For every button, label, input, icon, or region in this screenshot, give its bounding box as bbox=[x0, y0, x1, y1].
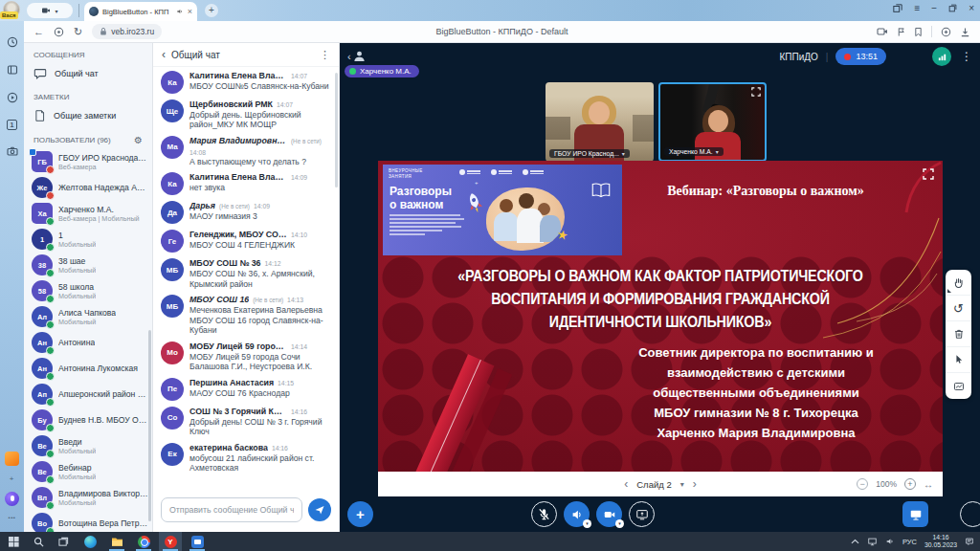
notification-count-icon[interactable]: 1 bbox=[7, 120, 17, 130]
tab-audio-icon[interactable] bbox=[176, 8, 184, 15]
user-list-item[interactable]: Ап Апшеронский район В(С)ОШ№1 bbox=[32, 384, 148, 405]
zoom-in-button[interactable]: + bbox=[904, 478, 916, 490]
chat-message[interactable]: Ка Калитина Елена Владимировн 14:09 нет … bbox=[161, 172, 333, 195]
refresh-button[interactable]: ↻ bbox=[74, 26, 82, 38]
tray-chevron-icon[interactable] bbox=[851, 539, 859, 544]
undo-button[interactable]: ↺ bbox=[946, 296, 971, 321]
video-call-icon[interactable] bbox=[877, 27, 888, 36]
chat-message[interactable]: Ма Мария Владимировна Хар... (Не в сети)… bbox=[161, 136, 333, 166]
chat-options-icon[interactable]: ⋮ bbox=[320, 49, 330, 61]
minimize-presentation-button[interactable] bbox=[902, 501, 928, 527]
zoom-out-button[interactable]: − bbox=[857, 478, 868, 490]
user-list-item[interactable]: 38 38 шае Мобильный bbox=[32, 254, 148, 276]
user-list-item[interactable]: Ан Антонина Лукомская bbox=[32, 358, 148, 379]
fit-width-button[interactable]: ↔ bbox=[924, 479, 933, 490]
chat-message[interactable]: МБ МБОУ СОШ № 36 14:12 МБОУ СОШ № 36, х.… bbox=[161, 258, 333, 289]
smart-slide-button[interactable] bbox=[946, 373, 971, 399]
collapsed-tab[interactable]: ▾ bbox=[27, 3, 73, 18]
taskbar-yandex-browser[interactable]: Y bbox=[159, 532, 182, 551]
chat-message-input[interactable] bbox=[161, 497, 302, 522]
back-button[interactable]: ← bbox=[33, 26, 44, 37]
tab-bigbluebutton[interactable]: BigBlueButton - КПП × bbox=[84, 2, 197, 21]
window-minimize-button[interactable]: − bbox=[931, 3, 937, 13]
multiuser-whiteboard-button[interactable] bbox=[946, 347, 971, 373]
raise-hand-button[interactable] bbox=[960, 501, 980, 527]
window-close-button[interactable]: × bbox=[969, 3, 974, 13]
hand-tool-button[interactable] bbox=[946, 270, 971, 296]
more-icon[interactable]: ••• bbox=[9, 515, 16, 520]
alice-assistant-icon[interactable] bbox=[5, 492, 19, 506]
volume-icon[interactable] bbox=[885, 537, 895, 546]
tab-close-icon[interactable]: × bbox=[188, 8, 192, 16]
webcam-2-label[interactable]: Харченко М.А. ▾ bbox=[664, 147, 724, 156]
network-icon[interactable] bbox=[867, 537, 878, 546]
chat-message[interactable]: МБ МБОУ СОШ 16 (Не в сети) 14:13 Меченко… bbox=[161, 295, 333, 335]
protect-icon[interactable] bbox=[54, 27, 64, 37]
user-list-item[interactable]: Бу Буднев Н.В. МБОУ ООШ № 39 bbox=[32, 409, 148, 430]
slide-number-label[interactable]: Слайд 2 bbox=[636, 479, 671, 490]
chat-back-icon[interactable]: ‹ bbox=[162, 48, 166, 61]
chat-message-list[interactable]: Ка Калитина Елена Владимировн 14:07 МБОУ… bbox=[153, 67, 339, 496]
user-list-item[interactable]: Же Желтова Надежда Александро bbox=[32, 177, 148, 198]
sidebar-item-shared-notes[interactable]: Общие заметки bbox=[24, 104, 152, 127]
audio-button[interactable]: ▾ bbox=[564, 501, 590, 527]
actions-plus-button[interactable]: + bbox=[347, 501, 373, 527]
webcam-tile-2-active-speaker[interactable]: Харченко М.А. ▾ bbox=[658, 82, 767, 162]
send-message-button[interactable] bbox=[308, 498, 331, 521]
user-list-item[interactable]: Ал Алиса Чапкова Мобильный bbox=[32, 306, 148, 327]
user-list-item[interactable]: Ве Введи Мобильный bbox=[32, 435, 148, 456]
clear-annotations-button[interactable] bbox=[946, 321, 971, 347]
search-button[interactable] bbox=[33, 537, 44, 547]
extensions-icon[interactable] bbox=[941, 27, 951, 37]
connection-status-button[interactable] bbox=[932, 47, 951, 66]
player-icon[interactable] bbox=[7, 92, 18, 103]
options-menu-icon[interactable]: ⋮ bbox=[961, 50, 972, 63]
chat-message[interactable]: Ек екатерина баскова 14:16 мобусош 21 ла… bbox=[161, 443, 333, 474]
toggle-userlist-button[interactable]: ‹ bbox=[347, 50, 366, 62]
chat-message[interactable]: Пе Першина Анастасия 14:15 МАОУ СОШ 76 К… bbox=[161, 378, 333, 401]
start-button[interactable] bbox=[9, 537, 19, 547]
taskbar-clock[interactable]: 14:16 30.05.2023 bbox=[924, 534, 957, 550]
taskbar-chrome[interactable] bbox=[132, 532, 155, 551]
taskbar-app[interactable] bbox=[186, 532, 209, 551]
screenshot-icon[interactable] bbox=[7, 146, 18, 156]
history-clock-icon[interactable] bbox=[7, 36, 18, 48]
webcam-button[interactable]: ▾ bbox=[596, 501, 622, 527]
previous-slide-button[interactable]: ‹ bbox=[624, 477, 628, 491]
user-list-item[interactable]: 58 58 школа Мобильный bbox=[32, 280, 148, 301]
webcam-tile-1[interactable]: ГБОУ ИРО Краснод... ▾ bbox=[546, 82, 654, 162]
webcam-fullscreen-icon[interactable] bbox=[751, 87, 761, 97]
window-restore-button[interactable] bbox=[948, 4, 957, 12]
taskbar-edge[interactable] bbox=[78, 532, 101, 551]
collections-flag-icon[interactable] bbox=[897, 27, 905, 37]
chat-message[interactable]: Мо МОБУ Лицей 59 города Сочи 14:14 МОБУ … bbox=[161, 342, 333, 372]
talking-indicator[interactable]: Харченко М.А. bbox=[345, 65, 419, 77]
webcam-options-badge[interactable]: ▾ bbox=[615, 519, 624, 528]
chat-message[interactable]: Ще Щербиновский РМК 14:07 Добрый день. Щ… bbox=[161, 99, 333, 130]
task-view-button[interactable] bbox=[58, 537, 69, 547]
chat-message[interactable]: Да Дарья (Не в сети) 14:09 МАОУ гимназия… bbox=[161, 201, 333, 224]
panel-icon[interactable] bbox=[7, 64, 18, 76]
slide-select-caret-icon[interactable]: ▾ bbox=[680, 480, 684, 489]
user-list-item[interactable]: Ха Харченко М.А. Веб-камера | Мобильный bbox=[32, 203, 148, 224]
panels-icon[interactable] bbox=[893, 4, 902, 13]
next-slide-button[interactable]: › bbox=[693, 477, 697, 491]
download-icon[interactable] bbox=[960, 27, 970, 37]
users-scrollbar[interactable] bbox=[148, 330, 151, 521]
sidebar-item-public-chat[interactable]: Общий чат bbox=[24, 62, 152, 85]
notification-center-icon[interactable] bbox=[965, 537, 974, 546]
screenshare-button[interactable] bbox=[629, 501, 655, 527]
chat-message[interactable]: Ге Геленджик, МБОУ СОШ №4 14:10 МБОУ СОШ… bbox=[161, 230, 333, 253]
audio-options-badge[interactable]: ▾ bbox=[583, 519, 591, 528]
users-settings-gear-icon[interactable]: ⚙ bbox=[134, 135, 143, 145]
presentation-slide[interactable]: ВНЕУРОЧНЫЕ ЗАНЯТИЯ Разговоры о важном bbox=[378, 161, 943, 472]
mute-button[interactable] bbox=[531, 501, 557, 527]
user-list-item[interactable]: 1 1 Мобильный bbox=[32, 229, 148, 250]
address-bar[interactable]: veb.iro23.ru bbox=[92, 24, 162, 39]
user-list-item[interactable]: Ве Вебинар Мобильный bbox=[32, 461, 148, 482]
slide-fullscreen-icon[interactable] bbox=[923, 168, 934, 180]
taskbar-explorer[interactable] bbox=[105, 532, 128, 551]
new-tab-button[interactable]: + bbox=[205, 4, 218, 17]
user-list-item[interactable]: ГБ ГБОУ ИРО Краснодарског... (Вы) Веб-ка… bbox=[32, 151, 148, 172]
webcam-1-label[interactable]: ГБОУ ИРО Краснод... ▾ bbox=[549, 149, 630, 158]
